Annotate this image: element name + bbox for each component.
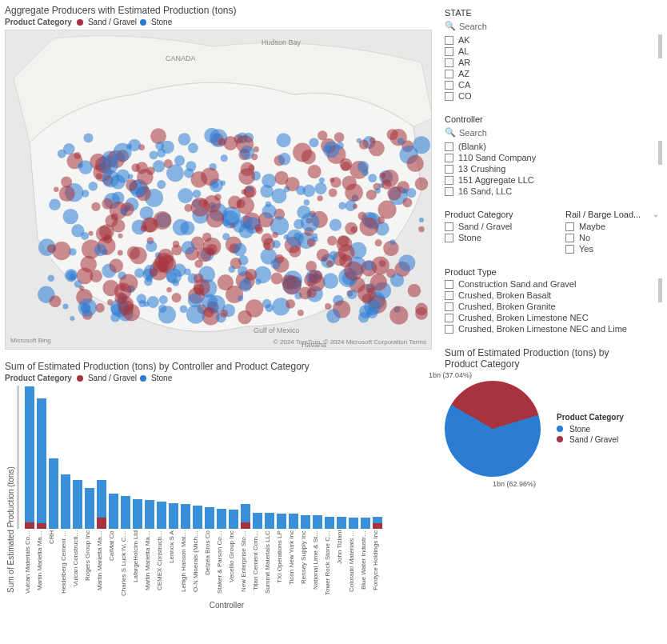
map-bubble[interactable] [357, 138, 361, 143]
bar-column[interactable] [156, 502, 167, 529]
map-bubble[interactable] [271, 188, 286, 203]
map-bubble[interactable] [334, 132, 345, 142]
map-bubble[interactable] [325, 145, 331, 151]
slicer-option[interactable]: No [565, 232, 662, 243]
bar-segment-sand[interactable] [373, 523, 382, 529]
map-bubble[interactable] [347, 290, 357, 299]
bar-segment-stone[interactable] [217, 509, 226, 530]
map-bubble[interactable] [369, 140, 385, 156]
map-bubble[interactable] [221, 154, 228, 162]
map-bubble[interactable] [366, 307, 377, 318]
map-bubble[interactable] [69, 248, 76, 255]
bar-segment-sand[interactable] [97, 518, 106, 529]
map-bubble[interactable] [49, 199, 61, 211]
map-bubble[interactable] [95, 303, 105, 313]
map-bubble[interactable] [63, 303, 69, 309]
bar-segment-sand[interactable] [241, 522, 250, 530]
map-bubble[interactable] [375, 239, 382, 246]
slicer-option[interactable]: 13 Crushing [445, 163, 662, 174]
bar-segment-stone[interactable] [313, 515, 322, 529]
map-bubble[interactable] [178, 133, 191, 146]
map-bubble[interactable] [136, 162, 148, 174]
bar-column[interactable] [96, 480, 107, 529]
bar-segment-stone[interactable] [241, 504, 250, 522]
bar-column[interactable] [144, 500, 155, 529]
map-bubble[interactable] [180, 305, 188, 313]
map-bubble[interactable] [89, 182, 98, 190]
map-bubble[interactable] [229, 266, 236, 273]
slicer-product-type[interactable]: Product Type Construction Sand and Grave… [445, 267, 662, 334]
map-bubble[interactable] [203, 238, 222, 256]
map-bubble[interactable] [389, 306, 408, 324]
map-bubble[interactable] [418, 226, 424, 232]
map-bubble[interactable] [238, 295, 243, 301]
bar-column[interactable] [228, 510, 239, 529]
map-bubble[interactable] [326, 260, 334, 267]
map-bubble[interactable] [166, 287, 172, 293]
map-bubble[interactable] [262, 204, 277, 218]
bar-segment-stone[interactable] [97, 480, 106, 518]
map-bubble[interactable] [359, 218, 378, 237]
checkbox-icon[interactable] [445, 302, 453, 311]
map-bubble[interactable] [398, 254, 415, 271]
slicer-option[interactable]: Construction Sand and Gravel [445, 278, 662, 290]
map-bubble[interactable] [286, 230, 304, 247]
bar-segment-stone[interactable] [181, 504, 190, 529]
checkbox-icon[interactable] [445, 142, 453, 151]
map-bubble[interactable] [397, 138, 405, 145]
map-bubble[interactable] [309, 138, 318, 147]
checkbox-icon[interactable] [445, 36, 453, 45]
product-category-options[interactable]: Sand / GravelStone [445, 221, 541, 243]
map-bubble[interactable] [214, 194, 222, 201]
map-bubble[interactable] [174, 155, 185, 166]
bar-segment-stone[interactable] [85, 488, 94, 529]
map-bubble[interactable] [278, 153, 291, 166]
slicer-product-category[interactable]: Product Category Sand / GravelStone [445, 210, 541, 254]
bar-segment-stone[interactable] [145, 500, 154, 529]
bar-plot-area[interactable] [17, 386, 437, 529]
map-bubble[interactable] [91, 202, 100, 211]
bar-column[interactable] [84, 488, 95, 529]
bar-column[interactable] [132, 499, 143, 529]
map-bubble[interactable] [222, 233, 230, 240]
bar-column[interactable] [348, 518, 359, 529]
map-bubble[interactable] [282, 276, 301, 294]
bar-segment-stone[interactable] [205, 507, 214, 529]
bar-segment-sand[interactable] [25, 522, 34, 530]
map-bubble[interactable] [184, 269, 191, 276]
map-bubble[interactable] [221, 181, 226, 186]
map-bubble[interactable] [157, 180, 166, 189]
map-bubble[interactable] [368, 174, 377, 182]
slicer-option[interactable]: Stone [445, 232, 541, 243]
slicer-option[interactable]: Crushed, Broken Basalt [445, 290, 662, 301]
map-bubble[interactable] [63, 143, 74, 154]
rail-barge-options[interactable]: MaybeNoYes [565, 221, 662, 254]
map-bubble[interactable] [239, 279, 252, 292]
map-bubble[interactable] [118, 234, 122, 238]
map-bubble[interactable] [262, 174, 276, 188]
controller-options[interactable]: (Blank)110 Sand Company13 Crushing151 Ag… [445, 141, 662, 197]
bar-column[interactable] [48, 458, 59, 529]
map-bubble[interactable] [164, 159, 173, 168]
slicer-option[interactable]: 16 Sand, LLC [445, 186, 662, 197]
map-bubble[interactable] [220, 310, 228, 318]
map-bubble[interactable] [317, 195, 322, 201]
map-bubble[interactable] [387, 186, 401, 200]
map-bubble[interactable] [194, 279, 210, 296]
slicer-controller[interactable]: Controller 🔍 Search (Blank)110 Sand Comp… [445, 114, 662, 197]
map-bubble[interactable] [223, 136, 238, 150]
map-bubble[interactable] [264, 242, 271, 250]
bar-segment-stone[interactable] [301, 515, 310, 529]
bar-segment-stone[interactable] [109, 494, 118, 529]
map-bubble[interactable] [389, 239, 395, 245]
map-bubble[interactable] [309, 270, 322, 283]
map-bubble[interactable] [238, 168, 255, 185]
map-bubble[interactable] [194, 259, 202, 267]
map-bubble[interactable] [80, 256, 97, 273]
map-bubble[interactable] [118, 300, 134, 315]
map-bubble[interactable] [381, 179, 391, 189]
map-bubble[interactable] [173, 241, 180, 248]
bar-segment-stone[interactable] [25, 386, 34, 522]
map-bubble[interactable] [330, 177, 341, 187]
bar-column[interactable] [264, 513, 275, 529]
